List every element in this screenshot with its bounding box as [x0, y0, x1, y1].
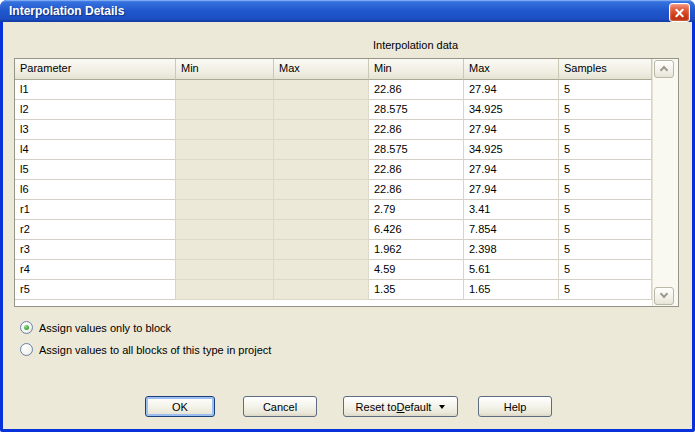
cell-min-disabled	[176, 220, 274, 240]
cell-samples[interactable]: 5	[559, 120, 652, 140]
table-header-row: Parameter Min Max Min Max Samples	[15, 59, 652, 80]
reset-label-post: efault	[405, 401, 432, 413]
cell-min[interactable]: 4.59	[369, 260, 464, 280]
cell-max[interactable]: 27.94	[464, 80, 559, 100]
table-columns-area: Parameter Min Max Min Max Samples l1 22.…	[15, 59, 652, 306]
cell-min[interactable]: 1.962	[369, 240, 464, 260]
cell-min-disabled	[176, 260, 274, 280]
cell-min-disabled	[176, 120, 274, 140]
cell-parameter: r5	[15, 280, 176, 300]
cell-parameter: l4	[15, 140, 176, 160]
cell-max[interactable]: 3.41	[464, 200, 559, 220]
cell-samples[interactable]: 5	[559, 100, 652, 120]
cell-samples[interactable]: 5	[559, 280, 652, 300]
table-row: l3 22.86 27.94 5	[15, 120, 652, 140]
cell-samples[interactable]: 5	[559, 180, 652, 200]
scroll-down-button[interactable]	[654, 287, 674, 305]
table-row: r3 1.962 2.398 5	[15, 240, 652, 260]
column-header-min-b: Min	[369, 59, 464, 80]
cell-max[interactable]: 1.65	[464, 280, 559, 300]
cell-min[interactable]: 22.86	[369, 160, 464, 180]
scroll-down-icon	[660, 290, 668, 298]
cell-min-disabled	[176, 80, 274, 100]
table-row: r5 1.35 1.65 5	[15, 280, 652, 300]
cell-samples[interactable]: 5	[559, 140, 652, 160]
cell-max[interactable]: 34.925	[464, 140, 559, 160]
cell-min-disabled	[176, 160, 274, 180]
help-button[interactable]: Help	[478, 396, 552, 417]
dialog-content: Interpolation data Parameter Min Max Min…	[3, 22, 692, 429]
cell-max[interactable]: 27.94	[464, 120, 559, 140]
table-row: l1 22.86 27.94 5	[15, 80, 652, 100]
ok-button[interactable]: OK	[145, 396, 215, 417]
cell-parameter: l5	[15, 160, 176, 180]
cell-parameter: l6	[15, 180, 176, 200]
cell-max[interactable]: 27.94	[464, 160, 559, 180]
grid-body: l1 22.86 27.94 5 l2 28.575 34.925 5 l3 2…	[15, 80, 652, 300]
cell-max[interactable]: 7.854	[464, 220, 559, 240]
cell-max[interactable]: 34.925	[464, 100, 559, 120]
dialog-window: Interpolation Details Interpolation data…	[0, 0, 695, 432]
cell-max[interactable]: 5.61	[464, 260, 559, 280]
column-header-parameter: Parameter	[15, 59, 176, 80]
radio-assign-all-blocks-label: Assign values to all blocks of this type…	[39, 344, 271, 356]
cell-parameter: r3	[15, 240, 176, 260]
cell-samples[interactable]: 5	[559, 220, 652, 240]
cell-max-disabled	[274, 240, 369, 260]
cell-samples[interactable]: 5	[559, 260, 652, 280]
cell-samples[interactable]: 5	[559, 200, 652, 220]
cell-parameter: r2	[15, 220, 176, 240]
reset-to-default-button[interactable]: Reset to Default	[343, 396, 458, 417]
cell-min[interactable]: 6.426	[369, 220, 464, 240]
cell-min[interactable]: 28.575	[369, 140, 464, 160]
cell-min-disabled	[176, 100, 274, 120]
cell-min[interactable]: 1.35	[369, 280, 464, 300]
scroll-up-button[interactable]	[654, 60, 674, 78]
cell-max-disabled	[274, 220, 369, 240]
cell-max[interactable]: 27.94	[464, 180, 559, 200]
cell-min[interactable]: 22.86	[369, 120, 464, 140]
cell-min-disabled	[176, 240, 274, 260]
cell-max[interactable]: 2.398	[464, 240, 559, 260]
cell-samples[interactable]: 5	[559, 240, 652, 260]
cancel-button[interactable]: Cancel	[243, 396, 317, 417]
cell-max-disabled	[274, 280, 369, 300]
cell-min-disabled	[176, 140, 274, 160]
cell-min[interactable]: 2.79	[369, 200, 464, 220]
cell-samples[interactable]: 5	[559, 160, 652, 180]
scroll-up-icon	[660, 66, 668, 74]
table-row: l6 22.86 27.94 5	[15, 180, 652, 200]
table-row: r1 2.79 3.41 5	[15, 200, 652, 220]
cell-min[interactable]: 22.86	[369, 80, 464, 100]
table-row: l5 22.86 27.94 5	[15, 160, 652, 180]
table-row: l2 28.575 34.925 5	[15, 100, 652, 120]
column-header-max-a: Max	[274, 59, 369, 80]
vertical-scrollbar[interactable]	[652, 59, 678, 306]
cell-min[interactable]: 28.575	[369, 100, 464, 120]
cell-parameter: l3	[15, 120, 176, 140]
close-button[interactable]	[669, 3, 690, 22]
radio-icon	[20, 321, 33, 334]
window-title: Interpolation Details	[9, 4, 124, 18]
table-row: r4 4.59 5.61 5	[15, 260, 652, 280]
cell-min-disabled	[176, 180, 274, 200]
radio-assign-all-blocks[interactable]: Assign values to all blocks of this type…	[20, 343, 271, 356]
radio-assign-block[interactable]: Assign values only to block	[20, 321, 171, 334]
cell-samples[interactable]: 5	[559, 80, 652, 100]
cell-parameter: r1	[15, 200, 176, 220]
reset-label-pre: Reset to	[356, 401, 397, 413]
reset-label-accesskey: D	[397, 401, 405, 413]
cell-max-disabled	[274, 180, 369, 200]
interpolation-table: Parameter Min Max Min Max Samples l1 22.…	[14, 58, 679, 307]
column-header-samples: Samples	[559, 59, 652, 80]
column-header-min-a: Min	[176, 59, 274, 80]
cell-min-disabled	[176, 280, 274, 300]
table-row: l4 28.575 34.925 5	[15, 140, 652, 160]
cell-min[interactable]: 22.86	[369, 180, 464, 200]
cell-max-disabled	[274, 80, 369, 100]
dropdown-arrow-icon	[439, 405, 445, 409]
cell-max-disabled	[274, 200, 369, 220]
title-bar[interactable]: Interpolation Details	[0, 0, 695, 22]
cell-max-disabled	[274, 140, 369, 160]
radio-assign-block-label: Assign values only to block	[39, 322, 171, 334]
